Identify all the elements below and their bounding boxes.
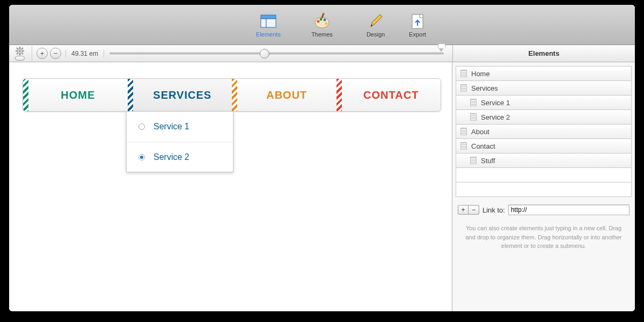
menu-preview: HOME SERVICES ABOUT CONTACT Service 1 [23, 78, 441, 112]
toolbar-elements-label: Elements [256, 31, 281, 38]
linkto-label: Link to: [482, 206, 505, 214]
stripe-left-home [23, 79, 28, 111]
svg-point-5 [320, 18, 323, 21]
tree-row-about[interactable]: About [456, 124, 632, 139]
svg-point-13 [19, 50, 20, 52]
svg-line-18 [17, 48, 18, 49]
grip-icon [460, 70, 467, 77]
tree-row-stuff[interactable]: Stuff [456, 153, 632, 168]
svg-rect-0 [261, 15, 276, 19]
dropdown-service-1-label: Service 1 [153, 122, 189, 131]
grip-icon [470, 157, 477, 164]
grip-icon [460, 142, 467, 150]
svg-point-4 [317, 20, 320, 23]
tree-row-empty[interactable] [456, 182, 632, 197]
titlebar: Elements Themes Design [9, 5, 635, 45]
inspector-hint: You can also create elements just typing… [452, 219, 635, 251]
svg-rect-1 [261, 19, 266, 27]
toolbar-themes[interactable]: Themes [303, 12, 341, 38]
linkto-input[interactable] [508, 204, 630, 215]
radio-icon [138, 123, 145, 130]
tree-row-service-2[interactable]: Service 2 [456, 109, 632, 125]
tree-label: Contact [471, 142, 495, 150]
tree-row-contact[interactable]: Contact [456, 138, 632, 153]
canvas[interactable]: HOME SERVICES ABOUT CONTACT Service 1 [9, 62, 452, 311]
elements-tree: Home Services Service 1 Service 2 About … [452, 62, 635, 197]
nav-contact-label: CONTACT [363, 89, 419, 101]
zoom-out-button[interactable]: − [50, 48, 61, 59]
nav-services[interactable]: SERVICES [133, 79, 232, 111]
grip-icon [460, 128, 467, 135]
zoom-in-button[interactable]: + [36, 48, 48, 59]
toolbar-elements[interactable]: Elements [250, 12, 287, 38]
slider-thumb[interactable] [260, 49, 269, 58]
tree-row-empty[interactable] [456, 167, 632, 182]
toolbar-design-label: Design [367, 31, 385, 38]
slider-end-marker[interactable] [438, 48, 444, 52]
nav-about-label: ABOUT [266, 89, 307, 101]
svg-line-20 [22, 48, 23, 49]
svg-rect-2 [266, 19, 276, 27]
zoom-readout: 49.31 em [65, 50, 104, 57]
tree-row-home[interactable]: Home [456, 66, 632, 81]
remove-element-button[interactable]: − [469, 205, 479, 215]
svg-line-21 [17, 53, 18, 54]
nav-services-label: SERVICES [153, 89, 211, 101]
inspector-title: Elements [452, 45, 635, 62]
toolbar-themes-label: Themes [311, 31, 333, 38]
app-window: Elements Themes Design [9, 5, 635, 311]
nav-home-label: HOME [61, 89, 95, 101]
tree-label: Service 1 [481, 99, 510, 107]
width-slider[interactable] [109, 53, 444, 55]
dropdown-service-2[interactable]: Service 2 [127, 142, 233, 172]
gear-icon[interactable] [16, 47, 24, 55]
settings-toggle[interactable] [15, 56, 25, 61]
grip-icon [460, 84, 467, 92]
tree-row-service-1[interactable]: Service 1 [456, 95, 632, 110]
svg-point-7 [325, 23, 328, 25]
stripe-left-contact [336, 79, 342, 111]
tree-label: Home [471, 70, 490, 78]
palette-icon [313, 12, 331, 30]
nav-bar: HOME SERVICES ABOUT CONTACT [23, 78, 441, 112]
subbar: + − 49.31 em Elements [9, 45, 635, 62]
services-dropdown: Service 1 Service 2 [126, 112, 233, 172]
radio-checked-icon [138, 154, 145, 160]
stripe-left-services [128, 79, 133, 111]
toolbar-center: Elements Themes Design [250, 12, 394, 38]
tree-label: About [471, 128, 489, 136]
linkto-row: + − Link to: [452, 197, 635, 219]
nav-about[interactable]: ABOUT [237, 79, 336, 111]
tree-row-services[interactable]: Services [456, 80, 632, 96]
svg-line-19 [22, 53, 23, 54]
nav-home[interactable]: HOME [28, 79, 128, 111]
tree-label: Service 2 [481, 113, 510, 121]
grip-icon [470, 113, 477, 121]
grip-icon [470, 99, 477, 106]
elements-icon [259, 12, 277, 30]
tree-label: Stuff [481, 157, 495, 165]
nav-contact[interactable]: CONTACT [342, 79, 441, 111]
dropdown-service-2-label: Service 2 [153, 152, 189, 162]
stripe-left-about [232, 79, 237, 111]
add-element-button[interactable]: + [458, 205, 469, 215]
inspector-panel: Home Services Service 1 Service 2 About … [452, 62, 635, 311]
export-icon [408, 12, 427, 30]
pencil-icon [367, 12, 385, 30]
toolbar-export-label: Export [409, 31, 426, 38]
svg-marker-9 [371, 14, 382, 27]
tree-label: Services [471, 84, 498, 92]
toolbar-export[interactable]: Export [399, 12, 436, 38]
svg-point-6 [324, 19, 326, 21]
toolbar-design[interactable]: Design [357, 12, 394, 38]
dropdown-service-1[interactable]: Service 1 [127, 112, 233, 142]
